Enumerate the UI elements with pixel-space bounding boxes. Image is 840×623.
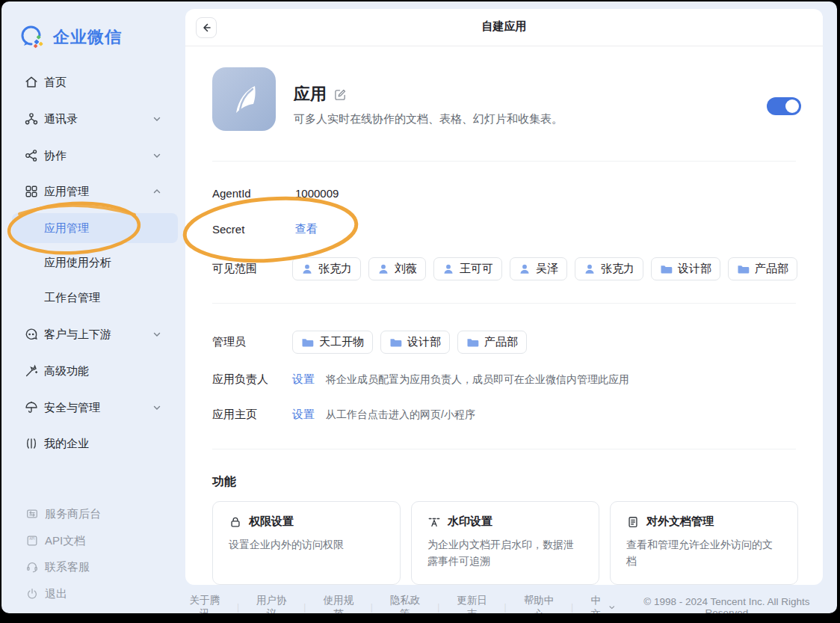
logout-power-icon [25, 587, 39, 601]
language-selector[interactable]: 中文 [587, 594, 616, 613]
feature-cards: 权限设置 设置企业内外的访问权限 水印设置 为企业内文档开启水印，数据泄露事件可… [212, 501, 798, 585]
scope-user-chip[interactable]: 王可可 [433, 257, 502, 280]
document-icon [626, 515, 640, 529]
admin-dept-chip[interactable]: 产品部 [457, 331, 527, 354]
sidebar-item-contact-support[interactable]: 联系客服 [1, 556, 185, 578]
chevron-down-icon [152, 403, 161, 412]
api-doc-icon: API [25, 534, 39, 547]
scope-user-chip[interactable]: 张克力 [292, 257, 361, 280]
advanced-wand-icon [24, 363, 39, 378]
sidebar-item-app-management[interactable]: 应用管理 [1, 177, 185, 206]
support-headset-icon [25, 560, 39, 574]
main-panel: 自建应用 应用 可多人实时在线协作的文档、表格、幻灯片和收集表。 AgentId… [185, 9, 823, 585]
person-icon [584, 263, 596, 275]
sidebar-item-my-company[interactable]: 我的企业 [1, 429, 185, 458]
person-icon [301, 263, 313, 275]
admin-row: 管理员 天工开物 设计部 产品部 [212, 331, 796, 354]
provider-console-icon [25, 507, 39, 521]
my-company-icon [24, 436, 39, 451]
footer-separator: ｜ [501, 601, 510, 614]
folder-icon [660, 263, 673, 275]
app-enabled-toggle[interactable] [767, 97, 801, 115]
sidebar-item-home[interactable]: 首页 [1, 67, 185, 97]
sail-glyph [225, 80, 264, 119]
brand-name: 企业微信 [53, 26, 122, 49]
footer-link[interactable]: 更新日志 [453, 594, 492, 613]
footer-link[interactable]: 隐私政策 [386, 594, 424, 613]
sidebar-item-advanced[interactable]: 高级功能 [1, 356, 185, 386]
feature-card-permissions[interactable]: 权限设置 设置企业内外的访问权限 [212, 501, 401, 585]
app-owner-set-link[interactable]: 设置 [292, 372, 315, 387]
apps-grid-icon [24, 184, 39, 199]
app-homepage-set-link[interactable]: 设置 [292, 408, 315, 422]
agent-id-label: AgentId [212, 187, 295, 200]
customers-chat-icon [24, 327, 39, 342]
page-footer: 关于腾讯 ｜ 用户协议 ｜ 使用规范 ｜ 隐私政策 ｜ 更新日志 ｜ 帮助中心 … [185, 594, 828, 613]
admin-dept-chip[interactable]: 设计部 [380, 331, 450, 354]
sidebar-item-contacts[interactable]: 通讯录 [1, 104, 185, 134]
admin-dept-chip[interactable]: 天工开物 [292, 331, 373, 354]
footer-separator: ｜ [234, 601, 243, 614]
chevron-up-icon [152, 187, 161, 196]
app-owner-row: 应用负责人 设置 将企业成员配置为应用负责人，成员即可在企业微信内管理此应用 [212, 372, 796, 387]
app-description: 可多人实时在线协作的文档、表格、幻灯片和收集表。 [294, 112, 563, 126]
scope-user-chip[interactable]: 刘薇 [368, 257, 426, 280]
scope-user-chip[interactable]: 吴泽 [510, 257, 567, 280]
app-homepage-hint: 从工作台点击进入的网页/小程序 [326, 408, 475, 422]
divider [212, 161, 796, 162]
app-homepage-row: 应用主页 设置 从工作台点击进入的网页/小程序 [212, 408, 796, 422]
scope-dept-chip[interactable]: 产品部 [728, 257, 797, 280]
footer-link[interactable]: 使用规范 [319, 594, 358, 613]
footer-link[interactable]: 用户协议 [252, 594, 291, 613]
sidebar: 企业微信 首页 通讯录 协作 [1, 1, 185, 613]
edit-icon[interactable] [334, 88, 347, 101]
folder-icon [466, 337, 479, 349]
divider [212, 303, 796, 304]
footer-separator: ｜ [568, 601, 577, 614]
app-homepage-label: 应用主页 [212, 408, 292, 422]
sidebar-item-collaboration[interactable]: 协作 [1, 141, 185, 171]
visible-scope-row: 可见范围 张克力 刘薇 王可可 吴泽 [212, 257, 796, 280]
home-icon [24, 75, 39, 90]
secret-label: Secret [212, 223, 295, 236]
footer-separator: ｜ [300, 601, 309, 614]
app-owner-hint: 将企业成员配置为应用负责人，成员即可在企业微信内管理此应用 [326, 373, 629, 387]
sidebar-item-customers[interactable]: 客户与上下游 [1, 319, 185, 349]
watermark-icon [427, 515, 441, 529]
sidebar-sub-item-app-management[interactable]: 应用管理 [1, 213, 185, 243]
footer-link[interactable]: 帮助中心 [519, 594, 558, 613]
sidebar-item-provider-console[interactable]: 服务商后台 [1, 503, 185, 525]
secret-view-link[interactable]: 查看 [295, 222, 318, 236]
folder-icon [301, 337, 314, 349]
secret-row: Secret 查看 [212, 222, 796, 236]
toggle-knob [785, 99, 799, 113]
folder-icon [737, 263, 750, 275]
sidebar-sub-item-workbench[interactable]: 工作台管理 [1, 283, 185, 313]
visible-scope-label: 可见范围 [212, 262, 292, 276]
admin-label: 管理员 [212, 335, 292, 349]
folder-icon [389, 337, 402, 349]
feature-card-watermark[interactable]: 水印设置 为企业内文档开启水印，数据泄露事件可追溯 [411, 501, 599, 585]
agent-id-row: AgentId 1000009 [212, 187, 796, 200]
sidebar-item-security[interactable]: 安全与管理 [1, 393, 185, 423]
page-title: 自建应用 [185, 19, 823, 34]
feature-card-external-docs[interactable]: 对外文档管理 查看和管理允许企业外访问的文档 [610, 501, 798, 585]
scope-user-chip[interactable]: 张克力 [575, 257, 643, 280]
footer-link[interactable]: 关于腾讯 [185, 594, 224, 613]
brand-logo[interactable]: 企业微信 [19, 24, 122, 51]
person-icon [519, 263, 531, 275]
agent-id-value: 1000009 [295, 187, 339, 200]
active-item-highlight [12, 213, 178, 243]
lock-icon [229, 515, 242, 529]
scope-dept-chip[interactable]: 设计部 [651, 257, 720, 280]
chevron-down-icon [152, 114, 161, 123]
sidebar-item-logout[interactable]: 退出 [1, 583, 185, 605]
person-icon [377, 263, 389, 275]
footer-separator: ｜ [434, 601, 443, 614]
chevron-down-icon [608, 604, 616, 611]
sidebar-item-api-docs[interactable]: API API文档 [1, 530, 185, 552]
contacts-icon [24, 111, 39, 126]
sidebar-sub-item-app-analytics[interactable]: 应用使用分析 [1, 248, 185, 277]
collaboration-icon [24, 148, 39, 163]
divider [212, 449, 796, 449]
